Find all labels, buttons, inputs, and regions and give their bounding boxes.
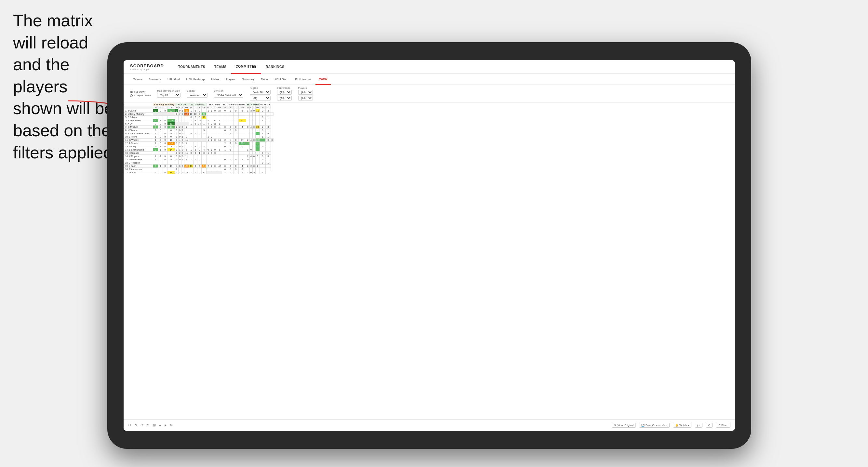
cell: 0 (266, 155, 271, 158)
cell (202, 168, 207, 171)
nav-committee[interactable]: COMMITTEE (231, 60, 261, 74)
cell (213, 113, 217, 116)
subnav-h2h-heatmap-1[interactable]: H2H Heatmap (183, 74, 208, 85)
cell (193, 126, 197, 129)
subnav-h2h-heatmap-2[interactable]: H2H Heatmap (290, 74, 315, 85)
compact-view-radio[interactable] (130, 94, 133, 97)
cell: 0 (228, 142, 233, 145)
cell: 1 (266, 158, 271, 161)
undo-icon[interactable]: ↺ (128, 423, 131, 427)
cell (233, 135, 238, 138)
nav-tournaments[interactable]: TOURNAMENTS (174, 60, 210, 74)
cell: 0 (197, 148, 202, 152)
subnav-h2h-grid-2[interactable]: H2H Grid (272, 74, 291, 85)
conference-select[interactable]: (All) (277, 90, 292, 95)
cell: 17 (238, 119, 246, 122)
compact-view-option[interactable]: Compact View (130, 94, 151, 97)
cell: 0 (178, 129, 181, 132)
redo-icon[interactable]: ↻ (134, 423, 137, 427)
subnav-h2h-grid-1[interactable]: H2H Grid (164, 74, 183, 85)
view-original-button[interactable]: 👁 View: Original (612, 423, 636, 428)
subnav-summary-1[interactable]: Summary (145, 74, 164, 85)
cell (255, 152, 259, 155)
cell: 0 (266, 138, 271, 142)
cell: 1 (207, 152, 210, 155)
cell: 0 (210, 152, 213, 155)
cell (158, 152, 163, 155)
cell (246, 122, 250, 126)
cell (210, 158, 213, 161)
subnav-players[interactable]: Players (222, 74, 239, 85)
subnav-matrix-1[interactable]: Matrix (208, 74, 223, 85)
cell: 17 (238, 138, 246, 142)
cell: 0 (197, 113, 202, 116)
cell (193, 168, 197, 171)
cell: 0 (197, 116, 202, 119)
expand-button[interactable]: ⤢ (706, 423, 713, 428)
region-select[interactable]: East - DII (250, 90, 271, 95)
cell: 19 (167, 171, 175, 174)
cell (202, 135, 207, 138)
subnav-matrix-2[interactable]: Matrix (315, 74, 331, 85)
cell: 2 (193, 116, 197, 119)
watch-icon: 🔔 (675, 424, 678, 427)
cell: 1 (158, 119, 163, 122)
players-select-2[interactable]: (All) (298, 96, 313, 100)
cell: 3 (260, 171, 266, 174)
cell: 8 (167, 155, 175, 158)
cell (271, 113, 274, 116)
cell (252, 148, 255, 152)
full-view-option[interactable]: Full View (130, 90, 151, 93)
gender-select[interactable]: Women's (187, 93, 208, 98)
cell: 1 (193, 171, 197, 174)
division-select[interactable]: NCAA Division II (214, 93, 243, 98)
max-players-select[interactable]: Top 25 (157, 93, 180, 98)
logo-area: SCOREBOARD Powered by clippd (130, 63, 164, 70)
cell (228, 122, 233, 126)
cell (202, 126, 207, 129)
cell: 1 (210, 148, 213, 152)
cell: 11 (167, 138, 175, 142)
save-custom-button[interactable]: 💾 Save Custom View (639, 423, 670, 428)
cell (207, 145, 210, 148)
cell: 1 (178, 171, 181, 174)
table-row: 20. E Andersson 2 (124, 168, 274, 171)
player-name: 9. A Maria Jimenez Rios (124, 132, 153, 135)
cell: 10 (193, 113, 197, 116)
plus-icon[interactable]: + (164, 424, 166, 427)
refresh-icon[interactable]: ⟳ (141, 423, 144, 427)
zoom-icon[interactable]: ⊕ (147, 423, 150, 427)
cell: 1 (246, 109, 250, 113)
nav-rankings[interactable]: RANKINGS (261, 60, 289, 74)
share-button[interactable]: ↗ Share (716, 423, 731, 428)
subnav-summary-2[interactable]: Summary (239, 74, 258, 85)
logo-sub: Powered by clippd (130, 68, 164, 70)
cell: 0 (189, 116, 193, 119)
minus-icon[interactable]: − (159, 424, 161, 427)
sh-sc-w: W (222, 106, 228, 109)
players-select[interactable]: (All) (298, 90, 313, 95)
matrix-container[interactable]: 2. M Kelly Mulcahy 6. A Dy 11. G Woods 2… (124, 103, 735, 419)
subnav-teams[interactable]: Teams (130, 74, 145, 85)
table-row: 21. O Stoll 4 0 0 19 2 1 0 14 1 1 0 10 (124, 171, 274, 174)
cell: 0 (222, 129, 228, 132)
cell: 0 (222, 158, 228, 161)
reset-icon[interactable]: ⊛ (170, 423, 173, 427)
subnav-detail[interactable]: Detail (258, 74, 272, 85)
conference-select-2[interactable]: (All) (277, 96, 292, 100)
watch-button[interactable]: 🔔 Watch ▾ (673, 423, 691, 428)
cell (252, 113, 255, 116)
grid-icon[interactable]: ⊞ (153, 423, 156, 427)
cell: 11 (184, 138, 189, 142)
sh-s-l: L (210, 106, 213, 109)
region-select-2[interactable]: (All) (250, 96, 271, 100)
cell (228, 155, 233, 158)
full-view-radio[interactable] (130, 91, 133, 93)
cell: 1 (266, 145, 271, 148)
cell: 1 (202, 158, 207, 161)
cell (193, 135, 197, 138)
comment-button[interactable]: 💬 (695, 423, 703, 428)
cell: 1 (238, 171, 246, 174)
nav-teams[interactable]: TEAMS (210, 60, 231, 74)
player-name: 3. S Jelinek (124, 116, 153, 119)
